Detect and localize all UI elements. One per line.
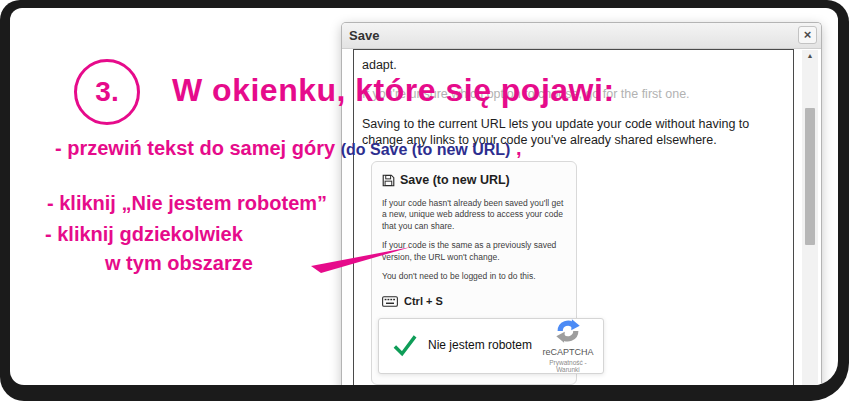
dialog-scrollbar[interactable]: ▲ [802, 50, 818, 385]
save-card-title: Save (to new URL) [400, 172, 510, 189]
dialog-scroll-content[interactable]: adapt. If you're unsure which option to … [353, 49, 794, 385]
recaptcha-checkbox[interactable]: Nie jestem robotem [391, 332, 532, 359]
floppy-disk-icon [382, 174, 395, 187]
instruction-line-3: - kliknij gdziekolwiek [45, 223, 243, 246]
save-card-p3: You don't need to be logged in to do thi… [382, 271, 566, 282]
dialog-title: Save [349, 28, 379, 43]
scrollbar-thumb[interactable] [805, 108, 815, 245]
dialog-titlebar[interactable]: Save × [342, 23, 821, 49]
recaptcha-brand: reCAPTCHA [537, 348, 599, 358]
checkmark-icon [391, 332, 418, 359]
instruction-line-4: w tym obszarze [105, 252, 253, 275]
step-number-badge: 3. [74, 59, 140, 125]
recaptcha-privacy-terms[interactable]: Prywatność - Warunki [537, 359, 599, 373]
shortcut-label: Ctrl + S [404, 294, 443, 309]
save-card-p1: If your code hasn't already been saved y… [382, 198, 566, 232]
content-current-url-paragraph: Saving to the current URL lets you updat… [362, 116, 785, 149]
instruction-line-1-text: - przewiń tekst do samej góry [55, 137, 335, 159]
recaptcha-widget: Nie jestem robotem [378, 318, 604, 374]
page-background: Save × adapt. If you're unsure which opt… [10, 8, 838, 385]
screenshot-frame: Save × adapt. If you're unsure which opt… [0, 0, 849, 401]
keyboard-icon [382, 296, 398, 307]
recaptcha-logo-icon [555, 318, 581, 344]
close-button[interactable]: × [798, 26, 817, 44]
step-number: 3. [95, 76, 118, 108]
recaptcha-label: Nie jestem robotem [428, 337, 532, 353]
save-to-new-url-card[interactable]: Save (to new URL) If your code hasn't al… [371, 161, 577, 385]
scrollbar-up-arrow[interactable]: ▲ [802, 50, 818, 61]
close-icon: × [804, 27, 812, 42]
instruction-line-2: - kliknij „Nie jestem robotem” [47, 192, 327, 215]
save-dialog: Save × adapt. If you're unsure which opt… [341, 22, 822, 385]
content-hint: If you're unsure which option to choose,… [362, 86, 785, 102]
save-card-p2: If your code is the same as a previously… [382, 240, 566, 263]
content-fragment: adapt. [362, 57, 785, 73]
